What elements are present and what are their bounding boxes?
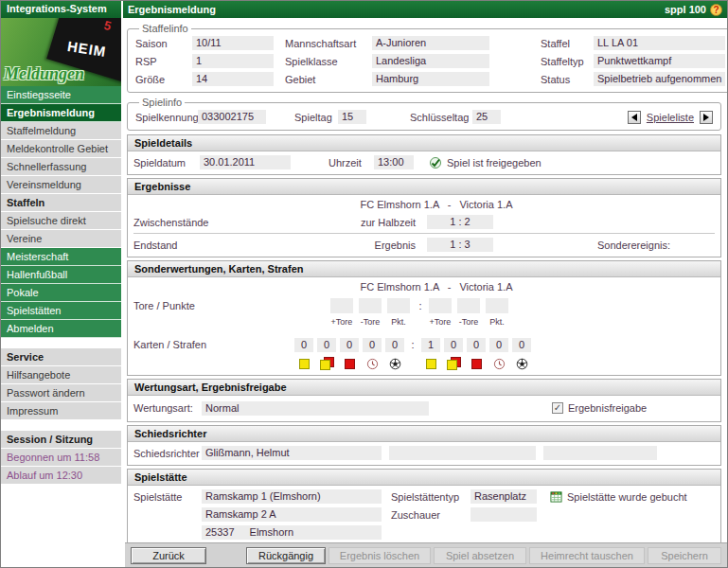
staffel-label: Staffel: [541, 38, 594, 49]
heimrecht-tauschen-button[interactable]: Heimrecht tauschen: [529, 547, 645, 564]
schiedsrichter-name-field[interactable]: Glißmann, Helmut: [202, 446, 382, 460]
sidebar-item-impressum[interactable]: Impressum: [1, 402, 121, 420]
ergebnisfreigabe-label: Ergebnisfreigabe: [568, 402, 647, 414]
sidebar-item-pokale[interactable]: Pokale: [1, 284, 121, 302]
col-away-minus-tore: -Tore: [457, 317, 480, 327]
col-home-minus-tore: -Tore: [359, 317, 382, 327]
karten-home-red-field[interactable]: 0: [340, 338, 359, 352]
uhrzeit-field[interactable]: 13:00: [374, 155, 414, 169]
rueckgaengig-button[interactable]: Rückgängig: [246, 547, 326, 564]
tore-home-minus-field[interactable]: [359, 298, 382, 313]
session-header: Session / Sitzung: [1, 431, 121, 449]
schluesseltag-label: Schlüsseltag: [410, 112, 472, 123]
spieldetails-section: Spieldetails Spieldatum 30.01.2011 Uhrze…: [127, 134, 721, 175]
prev-arrow-icon: [631, 114, 637, 121]
tore-away-punkte-field[interactable]: [486, 298, 508, 313]
staffel-field[interactable]: LL LA 01: [594, 36, 725, 50]
spiel-absetzen-button[interactable]: Spiel absetzen: [434, 547, 526, 564]
gebiet-field[interactable]: Hamburg: [372, 72, 489, 86]
status-field[interactable]: Spielbetrieb aufgenommen: [594, 72, 725, 86]
tore-away-plus-field[interactable]: [429, 298, 452, 313]
team-names-line: FC Elmshorn 1.A - Victoria 1.A: [323, 197, 550, 213]
ergebnis-loeschen-button[interactable]: Ergebnis löschen: [328, 547, 431, 564]
match-penalty-icon: [512, 356, 531, 371]
karten-away-yellow-field[interactable]: 1: [421, 338, 440, 352]
spieltag-field[interactable]: 15: [338, 110, 366, 124]
spielstaettentyp-field[interactable]: Rasenplatz: [471, 489, 537, 504]
spielstaette-header: Spielstätte: [128, 470, 720, 486]
schluesseltag-field[interactable]: 25: [472, 110, 501, 124]
karten-home-time-field[interactable]: 0: [363, 338, 382, 352]
halbzeit-score-field[interactable]: 1 : 2: [427, 215, 493, 229]
karten-away-yellowred-field[interactable]: 0: [444, 338, 463, 352]
sidebar-item-spielsuche-direkt[interactable]: Spielsuche direkt: [1, 212, 121, 230]
saison-field[interactable]: 10/11: [192, 36, 274, 50]
rsp-label: RSP: [135, 56, 192, 67]
assistent1-field[interactable]: [389, 446, 536, 460]
sidebar-item-vereinsmeldung[interactable]: Vereinsmeldung: [1, 176, 121, 194]
freigabe-status-text: Spiel ist freigegeben: [447, 157, 542, 169]
divider: [133, 233, 715, 234]
zurueck-button[interactable]: Zurück: [131, 547, 206, 564]
tore-home-plus-field[interactable]: [330, 298, 353, 313]
sidebar-item-hilfsangebote[interactable]: Hilfsangebote: [1, 366, 121, 384]
spielstaette-name-field[interactable]: Ramskamp 1 (Elmshorn): [202, 489, 382, 504]
spielkennung-field[interactable]: 033002175: [198, 110, 266, 124]
sidebar-item-staffelmeldung[interactable]: Staffelmeldung: [1, 122, 121, 140]
yellow-red-card-icon: [447, 357, 461, 370]
spielklasse-field[interactable]: Landesliga: [372, 54, 489, 68]
wertungsart-header: Wertungsart, Ergebnisfreigabe: [128, 380, 720, 396]
staffeltyp-field[interactable]: Punktwettkampf: [594, 54, 725, 68]
tore-home-punkte-field[interactable]: [387, 298, 410, 313]
zuschauer-field[interactable]: [471, 507, 537, 522]
spieldatum-label: Spieldatum: [133, 157, 200, 169]
next-game-button[interactable]: [700, 111, 713, 124]
ergebnis-label: Ergebnis: [294, 240, 427, 251]
sidebar-section-staffeln[interactable]: Staffeln: [1, 194, 121, 212]
sidebar-item-passwort-aendern[interactable]: Passwort ändern: [1, 384, 121, 402]
schiedsrichter-header: Schiedsrichter: [128, 426, 720, 442]
sidebar-item-einstiegsseite[interactable]: Einstiegsseite: [1, 86, 121, 104]
sidebar-item-abmelden[interactable]: Abmelden: [1, 320, 121, 338]
groesse-field[interactable]: 14: [192, 72, 274, 86]
checkbox-checked-icon[interactable]: [552, 402, 563, 414]
sidebar-item-meisterschaft[interactable]: Meisterschaft: [1, 248, 121, 266]
spielstaette-zusatz-field[interactable]: Ramskamp 2 A: [202, 507, 382, 522]
karten-away-time-field[interactable]: 0: [489, 338, 508, 352]
karten-away-match-field[interactable]: 0: [512, 338, 531, 352]
team-separator-2: -: [448, 281, 452, 293]
mannschaftsart-field[interactable]: A-Junioren: [372, 36, 489, 50]
speichern-button[interactable]: Speichern: [648, 547, 721, 564]
spielklasse-label: Spielklasse: [285, 56, 372, 67]
sidebar-item-spielstaetten[interactable]: Spielstätten: [1, 302, 121, 320]
prev-game-button[interactable]: [628, 111, 641, 124]
karten-home-yellow-field[interactable]: 0: [294, 338, 313, 352]
spieldatum-field[interactable]: 30.01.2011: [200, 155, 291, 169]
main-area: Ergebnismeldung sppl 100 ? Staffelinfo S…: [123, 1, 727, 567]
sidebar-item-vereine[interactable]: Vereine: [1, 230, 121, 248]
sidebar-item-meldekontrolle[interactable]: Meldekontrolle Gebiet: [1, 140, 121, 158]
karten-away-red-field[interactable]: 0: [467, 338, 486, 352]
time-penalty-icon: [363, 356, 382, 371]
help-icon[interactable]: ?: [710, 4, 722, 16]
sidebar-item-schnellerfassung[interactable]: Schnellerfassung: [1, 158, 121, 176]
page-title: Ergebnismeldung: [128, 4, 216, 15]
rsp-field[interactable]: 1: [192, 54, 274, 68]
staffelinfo-legend: Staffelinfo: [139, 23, 191, 34]
sidebar-item-ergebnismeldung[interactable]: Ergebnismeldung: [1, 104, 121, 122]
karten-home-match-field[interactable]: 0: [385, 338, 404, 352]
sidebar-item-hallenfussball[interactable]: Hallenfußball: [1, 266, 121, 284]
karten-strafen-label: Karten / Strafen: [133, 339, 294, 350]
wertungsart-field[interactable]: Normal: [202, 401, 429, 416]
assistent2-field[interactable]: [543, 446, 657, 460]
yellow-red-card-icon: [320, 357, 334, 370]
tore-punkte-label: Tore / Punkte: [133, 300, 294, 311]
plz-ort-field[interactable]: 25337 Elmshorn: [202, 525, 382, 540]
tore-away-minus-field[interactable]: [457, 298, 480, 313]
spieleliste-link[interactable]: Spieleliste: [647, 112, 694, 123]
karten-home-yellowred-field[interactable]: 0: [317, 338, 336, 352]
sidebar: Integrations-System 5 HEIM Meldungen Ein…: [1, 1, 123, 567]
schiedsrichter-section: Schiedsrichter Schiedsrichter Glißmann, …: [127, 425, 721, 466]
ort-value: Elmshorn: [250, 525, 293, 540]
endstand-score-field[interactable]: 1 : 3: [427, 238, 493, 252]
